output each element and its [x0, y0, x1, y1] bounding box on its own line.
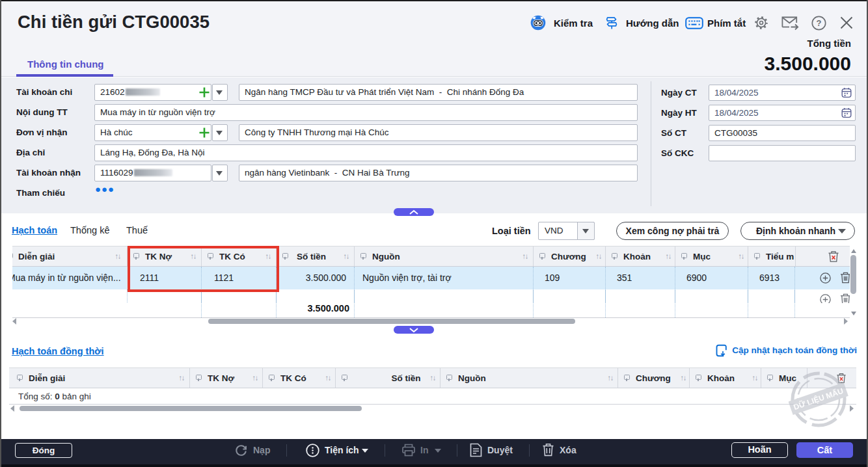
- svg-text:?: ?: [817, 18, 822, 28]
